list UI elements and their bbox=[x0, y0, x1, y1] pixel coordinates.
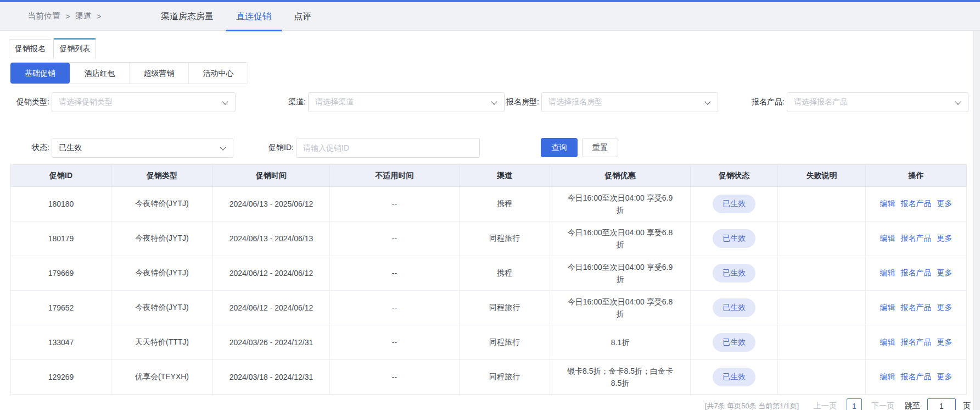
prev-page-button[interactable]: 上一页 bbox=[814, 401, 837, 410]
more-link[interactable]: 更多 bbox=[937, 372, 953, 381]
cell-promo-time: 2024/06/13 - 2025/06/12 bbox=[213, 187, 330, 221]
nav-tab-room-status[interactable]: 渠道房态房量 bbox=[150, 2, 224, 31]
col-excluded-time: 不适用时间 bbox=[330, 165, 460, 187]
cell-actions: 编辑报名产品更多 bbox=[866, 291, 967, 325]
more-link[interactable]: 更多 bbox=[937, 199, 953, 208]
subtab-promo-list[interactable]: 促销列表 bbox=[53, 38, 96, 59]
signup-product-link[interactable]: 报名产品 bbox=[901, 337, 932, 346]
cell-promo-time: 2024/06/12 - 2024/06/12 bbox=[213, 256, 330, 291]
cell-channel: 携程 bbox=[460, 256, 550, 291]
cell-status: 已生效 bbox=[691, 256, 778, 291]
cell-fail-reason bbox=[778, 291, 866, 325]
edit-link[interactable]: 编辑 bbox=[880, 372, 895, 381]
edit-link[interactable]: 编辑 bbox=[880, 303, 895, 312]
col-channel: 渠道 bbox=[460, 165, 550, 187]
product-label: 报名产品: bbox=[742, 97, 785, 107]
room-type-label: 报名房型: bbox=[497, 97, 539, 107]
cell-fail-reason bbox=[778, 360, 866, 395]
cell-actions: 编辑报名产品更多 bbox=[866, 187, 967, 221]
promo-category-group: 基础促销 酒店红包 超级营销 活动中心 bbox=[10, 62, 248, 84]
cell-channel: 同程旅行 bbox=[460, 360, 550, 395]
status-badge: 已生效 bbox=[713, 229, 755, 248]
signup-product-link[interactable]: 报名产品 bbox=[901, 268, 932, 277]
table-row: 180179 今夜特价(JYTJ) 2024/06/13 - 2024/06/1… bbox=[11, 221, 967, 256]
cell-promo-time: 2024/06/13 - 2024/06/13 bbox=[213, 221, 330, 256]
category-super-marketing[interactable]: 超级营销 bbox=[129, 63, 188, 84]
table-row: 133047 天天特价(TTTJ) 2024/03/26 - 2024/12/3… bbox=[11, 325, 967, 360]
col-promo-time: 促销时间 bbox=[213, 165, 330, 187]
col-discount: 促销优惠 bbox=[550, 165, 691, 187]
cell-fail-reason bbox=[778, 187, 866, 221]
cell-excluded-time: -- bbox=[330, 360, 460, 395]
category-hotel-redpacket[interactable]: 酒店红包 bbox=[70, 63, 129, 84]
edit-link[interactable]: 编辑 bbox=[880, 199, 895, 208]
promotion-table: 促销ID 促销类型 促销时间 不适用时间 渠道 促销优惠 促销状态 失败说明 操… bbox=[10, 164, 967, 395]
cell-discount: 8.1折 bbox=[550, 325, 691, 360]
jump-page-input[interactable] bbox=[927, 398, 956, 410]
promo-type-select[interactable]: 请选择促销类型 bbox=[52, 92, 236, 112]
promo-subtab-row: 促销报名 促销列表 bbox=[0, 31, 980, 57]
signup-product-link[interactable]: 报名产品 bbox=[901, 234, 932, 242]
subtab-promo-signup[interactable]: 促销报名 bbox=[9, 39, 51, 58]
room-type-select[interactable]: 请选择报名房型 bbox=[541, 92, 718, 112]
search-button[interactable]: 查询 bbox=[541, 138, 578, 157]
promo-type-label: 促销类型: bbox=[10, 97, 49, 107]
status-badge: 已生效 bbox=[713, 368, 755, 386]
cell-promo-type: 天天特价(TTTJ) bbox=[111, 325, 213, 360]
category-basic-promo[interactable]: 基础促销 bbox=[10, 63, 70, 84]
chevron-down-icon bbox=[222, 98, 228, 104]
status-badge: 已生效 bbox=[713, 333, 755, 352]
product-filter: 报名产品: 请选择报名产品 bbox=[742, 92, 968, 112]
cell-status: 已生效 bbox=[691, 221, 778, 256]
cell-discount: 今日16:00至次日04:00 享受6.9折 bbox=[550, 187, 691, 221]
more-link[interactable]: 更多 bbox=[937, 303, 953, 312]
status-badge: 已生效 bbox=[713, 264, 755, 282]
more-link[interactable]: 更多 bbox=[937, 337, 953, 346]
cell-actions: 编辑报名产品更多 bbox=[866, 256, 967, 291]
promo-id-filter: 促销ID: bbox=[259, 138, 480, 158]
promo-type-filter: 促销类型: 请选择促销类型 bbox=[10, 92, 236, 112]
category-activity-center[interactable]: 活动中心 bbox=[188, 63, 248, 84]
cell-excluded-time: -- bbox=[330, 221, 460, 256]
cell-excluded-time: -- bbox=[330, 187, 460, 221]
cell-actions: 编辑报名产品更多 bbox=[866, 325, 967, 360]
col-promo-id: 促销ID bbox=[11, 165, 111, 187]
edit-link[interactable]: 编辑 bbox=[880, 337, 895, 346]
status-badge: 已生效 bbox=[713, 298, 755, 317]
signup-product-link[interactable]: 报名产品 bbox=[901, 199, 932, 208]
vertical-scrollbar[interactable] bbox=[973, 31, 980, 410]
nav-tab-review[interactable]: 点评 bbox=[283, 2, 322, 31]
top-nav-band: 当前位置 > 渠道 > 渠道房态房量 直连促销 点评 bbox=[0, 2, 980, 31]
next-page-button[interactable]: 下一页 bbox=[871, 401, 894, 410]
promo-id-input[interactable] bbox=[296, 138, 480, 158]
cell-channel: 同程旅行 bbox=[460, 325, 550, 360]
cell-channel: 同程旅行 bbox=[460, 291, 550, 325]
cell-promo-id: 179652 bbox=[11, 291, 111, 325]
more-link[interactable]: 更多 bbox=[937, 268, 953, 277]
breadcrumb-section[interactable]: 渠道 bbox=[75, 11, 92, 21]
cell-promo-type: 今夜特价(JYTJ) bbox=[111, 256, 213, 291]
breadcrumb-separator: > bbox=[65, 12, 70, 21]
cell-promo-id: 180179 bbox=[11, 221, 111, 256]
status-select[interactable]: 已生效 bbox=[52, 138, 233, 158]
channel-select[interactable]: 请选择渠道 bbox=[308, 92, 505, 112]
signup-product-link[interactable]: 报名产品 bbox=[901, 372, 932, 381]
nav-tab-direct-promo[interactable]: 直连促销 bbox=[226, 2, 282, 31]
signup-product-link[interactable]: 报名产品 bbox=[901, 303, 932, 312]
pagination-bar: [共7条 每页50条 当前第1/1页] 上一页 1 下一页 跳至 页 bbox=[0, 398, 971, 410]
cell-promo-id: 179669 bbox=[11, 256, 111, 291]
cell-actions: 编辑报名产品更多 bbox=[866, 221, 967, 256]
cell-excluded-time: -- bbox=[330, 325, 460, 360]
channel-filter: 渠道: 请选择渠道 bbox=[268, 92, 505, 112]
cell-discount: 今日16:00至次日04:00 享受6.9折 bbox=[550, 256, 691, 291]
more-link[interactable]: 更多 bbox=[937, 234, 953, 242]
cell-status: 已生效 bbox=[691, 325, 778, 360]
product-select[interactable]: 请选择报名产品 bbox=[787, 92, 968, 112]
current-page-button[interactable]: 1 bbox=[847, 398, 862, 410]
top-nav-tabs: 渠道房态房量 直连促销 点评 bbox=[150, 2, 322, 31]
chevron-down-icon bbox=[220, 144, 226, 150]
reset-button[interactable]: 重置 bbox=[582, 138, 618, 157]
edit-link[interactable]: 编辑 bbox=[880, 234, 895, 242]
cell-discount: 今日16:00至次日04:00 享受6.8折 bbox=[550, 291, 691, 325]
edit-link[interactable]: 编辑 bbox=[880, 268, 895, 277]
